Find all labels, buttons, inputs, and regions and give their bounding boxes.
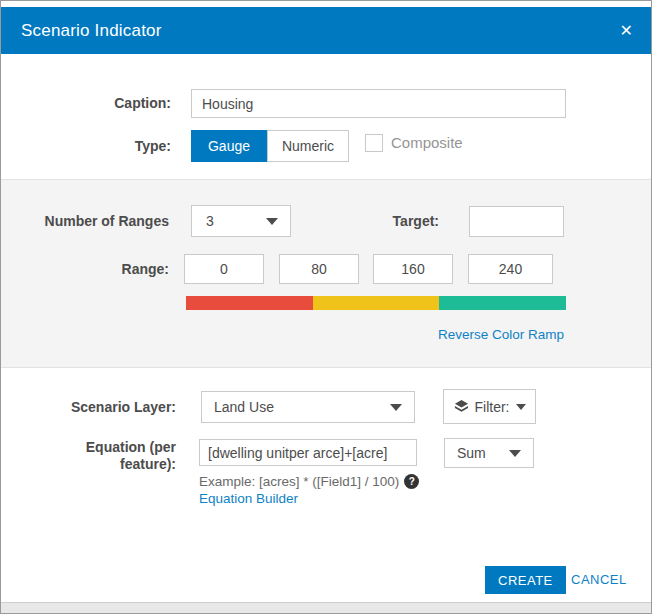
number-of-ranges-value: 3 [206, 213, 214, 229]
filter-button[interactable]: Filter: [443, 389, 536, 424]
equation-label: Equation (per feature): [1, 439, 176, 473]
create-button[interactable]: CREATE [485, 566, 566, 594]
equation-builder-link[interactable]: Equation Builder [199, 491, 298, 506]
color-ramp-segment-yellow [313, 296, 440, 310]
color-ramp-segment-red [186, 296, 313, 310]
dialog-footer-bar [1, 602, 651, 613]
scenario-indicator-dialog: Scenario Indicator ✕ Caption: Type: Gaug… [0, 0, 652, 614]
target-input[interactable] [469, 206, 564, 237]
range-input-4[interactable] [468, 254, 553, 284]
aggregation-dropdown[interactable]: Sum [444, 438, 534, 468]
caption-input[interactable] [191, 89, 566, 118]
ranges-panel: Number of Ranges 3 Target: Range: Revers… [1, 179, 651, 368]
caption-label: Caption: [1, 89, 171, 118]
chevron-down-icon [509, 450, 521, 457]
scenario-layer-label: Scenario Layer: [1, 391, 176, 423]
number-of-ranges-dropdown[interactable]: 3 [191, 205, 291, 237]
type-gauge-button[interactable]: Gauge [191, 130, 267, 162]
layers-icon [454, 399, 469, 414]
help-icon[interactable]: ? [404, 474, 419, 489]
scenario-layer-value: Land Use [214, 399, 274, 415]
dialog-header: Scenario Indicator ✕ [1, 7, 651, 54]
composite-checkbox[interactable] [365, 134, 383, 152]
number-of-ranges-label: Number of Ranges [1, 205, 169, 237]
equation-example: Example: [acres] * ([Field1] / 100) ? [199, 474, 419, 489]
cancel-link[interactable]: CANCEL [571, 566, 627, 594]
chevron-down-icon [516, 404, 526, 410]
range-label: Range: [1, 254, 169, 284]
range-input-3[interactable] [373, 254, 453, 284]
composite-label: Composite [391, 134, 463, 152]
chevron-down-icon [266, 218, 278, 225]
scenario-layer-dropdown[interactable]: Land Use [201, 391, 415, 423]
target-label: Target: [339, 205, 439, 237]
filter-label: Filter: [475, 399, 510, 415]
color-ramp-segment-green [439, 296, 566, 310]
close-icon[interactable]: ✕ [620, 23, 633, 39]
dialog-title: Scenario Indicator [21, 21, 162, 41]
color-ramp [186, 296, 566, 310]
reverse-color-ramp-link[interactable]: Reverse Color Ramp [438, 327, 564, 342]
chevron-down-icon [390, 404, 402, 411]
range-input-1[interactable] [184, 254, 264, 284]
type-label: Type: [1, 130, 171, 162]
type-numeric-button[interactable]: Numeric [267, 130, 349, 162]
equation-input[interactable] [199, 439, 417, 466]
range-input-2[interactable] [279, 254, 359, 284]
aggregation-value: Sum [457, 445, 486, 461]
